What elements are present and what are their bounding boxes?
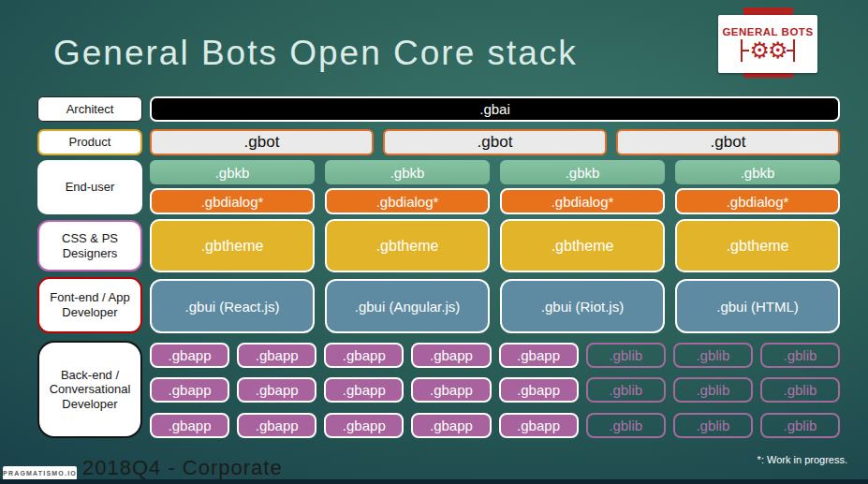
gblib-box: .gblib xyxy=(586,377,666,403)
app-grid-row: .gbapp .gbapp .gbapp .gbapp .gbapp .gbli… xyxy=(150,413,840,438)
gblib-box: .gblib xyxy=(673,343,753,368)
gbapp-box: .gbapp xyxy=(237,377,316,403)
slide-bottom-edge xyxy=(0,479,868,484)
work-in-progress-footnote: *: Work in progress. xyxy=(758,454,847,465)
role-label-frontend-app-developer: Font-end / App Developer xyxy=(37,277,142,333)
gbapp-box: .gbapp xyxy=(237,343,316,368)
footer-text: 2018Q4 - Corporate xyxy=(82,456,283,480)
gbapp-box: .gbapp xyxy=(411,343,491,368)
gblib-box: .gblib xyxy=(673,377,753,403)
gbot-box: .gbot xyxy=(150,129,374,155)
stack-diagram: .gbai .gbot .gbot .gbot .gbkb .gbkb .gbk… xyxy=(150,0,840,484)
gbtheme-box: .gbtheme xyxy=(675,219,840,272)
role-label-backend-conversational-developer: Back-end / Conversational Developer xyxy=(37,341,142,438)
gbdialog-box: .gbdialog* xyxy=(150,188,315,214)
gbdialog-box: .gbdialog* xyxy=(325,188,490,214)
gbui-row: .gbui (React.js) .gbui (Angular.js) .gbu… xyxy=(150,279,840,333)
role-label-css-ps-designers: CSS & PS Designers xyxy=(37,220,142,271)
gblib-box: .gblib xyxy=(760,377,840,403)
gbai-row: .gbai xyxy=(150,96,840,122)
gbui-angular-box: .gbui (Angular.js) xyxy=(325,279,490,333)
gbkb-box: .gbkb xyxy=(325,160,490,184)
gbdialog-row: .gbdialog* .gbdialog* .gbdialog* .gbdial… xyxy=(150,188,840,214)
gbui-html-box: .gbui (HTML) xyxy=(675,279,840,333)
gbapp-box: .gbapp xyxy=(324,377,404,403)
gbapp-box: .gbapp xyxy=(324,343,404,368)
gbui-riot-box: .gbui (Riot.js) xyxy=(500,279,665,333)
role-label-end-user: End-user xyxy=(37,160,142,214)
pragmatismo-badge: PRAGMATISMO.IO xyxy=(3,466,77,480)
gbtheme-row: .gbtheme .gbtheme .gbtheme .gbtheme xyxy=(150,219,840,272)
gbapp-box: .gbapp xyxy=(150,343,229,368)
gbapp-box: .gbapp xyxy=(499,343,579,368)
gblib-box: .gblib xyxy=(760,343,840,368)
gblib-box: .gblib xyxy=(760,413,840,438)
gblib-box: .gblib xyxy=(673,413,753,438)
role-label-architect: Architect xyxy=(37,96,142,122)
gbapp-box: .gbapp xyxy=(150,377,229,403)
gbui-react-box: .gbui (React.js) xyxy=(150,279,315,333)
gbapp-box: .gbapp xyxy=(411,413,491,438)
gbai-box: .gbai xyxy=(150,96,840,122)
app-grid-row: .gbapp .gbapp .gbapp .gbapp .gbapp .gbli… xyxy=(150,343,840,368)
gbapp-box: .gbapp xyxy=(499,413,579,438)
gbot-box: .gbot xyxy=(383,129,607,155)
gblib-box: .gblib xyxy=(586,413,666,438)
gbkb-box: .gbkb xyxy=(500,160,665,184)
role-label-product: Product xyxy=(37,129,142,155)
gbtheme-box: .gbtheme xyxy=(325,219,490,272)
gbot-box: .gbot xyxy=(616,129,840,155)
gbapp-box: .gbapp xyxy=(499,377,579,403)
gbapp-box: .gbapp xyxy=(237,413,316,438)
gbapp-box: .gbapp xyxy=(324,413,404,438)
app-grid-row: .gbapp .gbapp .gbapp .gbapp .gbapp .gbli… xyxy=(150,377,840,403)
gbkb-box: .gbkb xyxy=(150,160,315,184)
gbdialog-box: .gbdialog* xyxy=(675,188,840,214)
gbkb-row: .gbkb .gbkb .gbkb .gbkb xyxy=(150,160,840,184)
slide: General Bots Open Core stack GENERAL BOT… xyxy=(0,0,868,484)
gbkb-box: .gbkb xyxy=(675,160,840,184)
gbapp-box: .gbapp xyxy=(150,413,229,438)
gbdialog-box: .gbdialog* xyxy=(500,188,665,214)
gblib-box: .gblib xyxy=(586,343,666,368)
gbtheme-box: .gbtheme xyxy=(500,219,665,272)
gbtheme-box: .gbtheme xyxy=(150,219,315,272)
gbot-row: .gbot .gbot .gbot xyxy=(150,129,840,155)
gbapp-box: .gbapp xyxy=(411,377,491,403)
